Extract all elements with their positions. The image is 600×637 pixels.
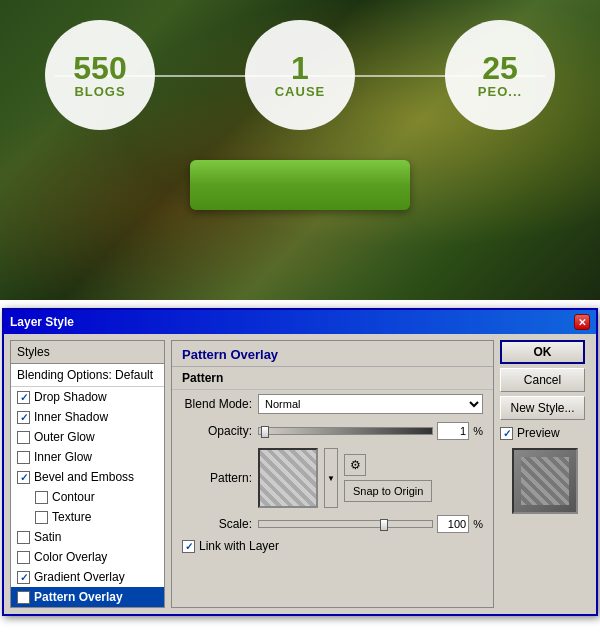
pattern-preview (258, 448, 318, 508)
link-layer-checkbox[interactable] (182, 540, 195, 553)
circle-label-2: PEO... (478, 84, 522, 99)
layer-item-texture[interactable]: Texture (11, 507, 164, 527)
dialog-title: Layer Style (10, 315, 74, 329)
label-inner-shadow: Inner Shadow (34, 410, 108, 424)
checkbox-texture[interactable] (35, 511, 48, 524)
styles-header[interactable]: Styles (11, 341, 164, 364)
checkbox-inner-shadow[interactable] (17, 411, 30, 424)
ok-button[interactable]: OK (500, 340, 585, 364)
dialog-titlebar: Layer Style ✕ (4, 310, 596, 334)
opacity-percent: % (473, 425, 483, 437)
green-cta-button[interactable] (190, 160, 410, 210)
circles-row: 550 BLOGS 1 CAUSE 25 PEO... (0, 0, 600, 130)
section-title: Pattern Overlay (172, 341, 493, 367)
link-layer-row: Link with Layer (172, 536, 493, 556)
layer-item-inner-glow[interactable]: Inner Glow (11, 447, 164, 467)
opacity-label: Opacity: (182, 424, 252, 438)
link-layer-label: Link with Layer (199, 539, 279, 553)
blend-mode-row: Blend Mode: Normal (172, 390, 493, 418)
circle-cause: 1 CAUSE (245, 20, 355, 130)
preview-thumbnail (512, 448, 578, 514)
layer-style-dialog: Layer Style ✕ Styles Blending Options: D… (2, 308, 598, 616)
layer-item-gradient-overlay[interactable]: Gradient Overlay (11, 567, 164, 587)
layer-item-contour[interactable]: Contour (11, 487, 164, 507)
layer-item-drop-shadow[interactable]: Drop Shadow (11, 387, 164, 407)
layer-item-outer-glow[interactable]: Outer Glow (11, 427, 164, 447)
checkbox-outer-glow[interactable] (17, 431, 30, 444)
checkbox-satin[interactable] (17, 531, 30, 544)
pattern-dropdown-arrow[interactable]: ▼ (324, 448, 338, 508)
label-gradient-overlay: Gradient Overlay (34, 570, 125, 584)
pattern-label: Pattern: (182, 471, 252, 485)
circle-label-0: BLOGS (74, 84, 125, 99)
blend-mode-select[interactable]: Normal (258, 394, 483, 414)
preview-inner (521, 457, 569, 505)
scale-slider-container: 100 % (258, 515, 483, 533)
opacity-slider-container: 1 % (258, 422, 483, 440)
label-color-overlay: Color Overlay (34, 550, 107, 564)
scale-percent: % (473, 518, 483, 530)
checkbox-gradient-overlay[interactable] (17, 571, 30, 584)
layer-item-satin[interactable]: Satin (11, 527, 164, 547)
new-style-button[interactable]: New Style... (500, 396, 585, 420)
checkbox-pattern-overlay[interactable] (17, 591, 30, 604)
label-bevel-emboss: Bevel and Emboss (34, 470, 134, 484)
circle-number-0: 550 (73, 52, 126, 84)
circle-number-1: 1 (291, 52, 309, 84)
background-image: 550 BLOGS 1 CAUSE 25 PEO... (0, 0, 600, 300)
pattern-options-btn[interactable]: ⚙ (344, 454, 366, 476)
circle-blogs: 550 BLOGS (45, 20, 155, 130)
checkbox-color-overlay[interactable] (17, 551, 30, 564)
scale-row: Scale: 100 % (172, 512, 493, 536)
layer-item-inner-shadow[interactable]: Inner Shadow (11, 407, 164, 427)
scale-slider-track[interactable] (258, 520, 433, 528)
circle-number-2: 25 (482, 52, 518, 84)
scale-label: Scale: (182, 517, 252, 531)
cancel-button[interactable]: Cancel (500, 368, 585, 392)
preview-checkbox-row: Preview (500, 424, 590, 442)
section-subtitle: Pattern (172, 367, 493, 390)
opacity-input[interactable]: 1 (437, 422, 469, 440)
left-panel: Styles Blending Options: Default Drop Sh… (10, 340, 165, 608)
circle-label-1: CAUSE (275, 84, 326, 99)
scale-input[interactable]: 100 (437, 515, 469, 533)
opacity-row: Opacity: 1 % (172, 418, 493, 444)
blending-options-item[interactable]: Blending Options: Default (11, 364, 164, 387)
label-texture: Texture (52, 510, 91, 524)
pattern-controls: ⚙ Snap to Origin (344, 454, 432, 502)
opacity-slider-track[interactable] (258, 427, 433, 435)
checkbox-bevel-emboss[interactable] (17, 471, 30, 484)
checkbox-drop-shadow[interactable] (17, 391, 30, 404)
layer-item-pattern-overlay[interactable]: Pattern Overlay (11, 587, 164, 607)
dialog-overlay: Layer Style ✕ Styles Blending Options: D… (0, 300, 600, 637)
layer-item-bevel-emboss[interactable]: Bevel and Emboss (11, 467, 164, 487)
center-panel: Pattern Overlay Pattern Blend Mode: Norm… (171, 340, 494, 608)
label-satin: Satin (34, 530, 61, 544)
pattern-row: Pattern: ▼ ⚙ Snap to Origin (172, 444, 493, 512)
checkbox-inner-glow[interactable] (17, 451, 30, 464)
scale-slider-thumb[interactable] (380, 519, 388, 531)
checkbox-contour[interactable] (35, 491, 48, 504)
label-inner-glow: Inner Glow (34, 450, 92, 464)
circle-people: 25 PEO... (445, 20, 555, 130)
opacity-slider-thumb[interactable] (261, 426, 269, 438)
green-button-area (0, 130, 600, 210)
label-pattern-overlay: Pattern Overlay (34, 590, 123, 604)
dialog-body: Styles Blending Options: Default Drop Sh… (4, 334, 596, 614)
label-drop-shadow: Drop Shadow (34, 390, 107, 404)
blend-mode-label: Blend Mode: (182, 397, 252, 411)
right-panel: OK Cancel New Style... Preview (500, 340, 590, 608)
preview-label: Preview (517, 426, 560, 440)
layer-item-color-overlay[interactable]: Color Overlay (11, 547, 164, 567)
label-outer-glow: Outer Glow (34, 430, 95, 444)
snap-to-origin-button[interactable]: Snap to Origin (344, 480, 432, 502)
close-button[interactable]: ✕ (574, 314, 590, 330)
preview-checkbox[interactable] (500, 427, 513, 440)
label-contour: Contour (52, 490, 95, 504)
